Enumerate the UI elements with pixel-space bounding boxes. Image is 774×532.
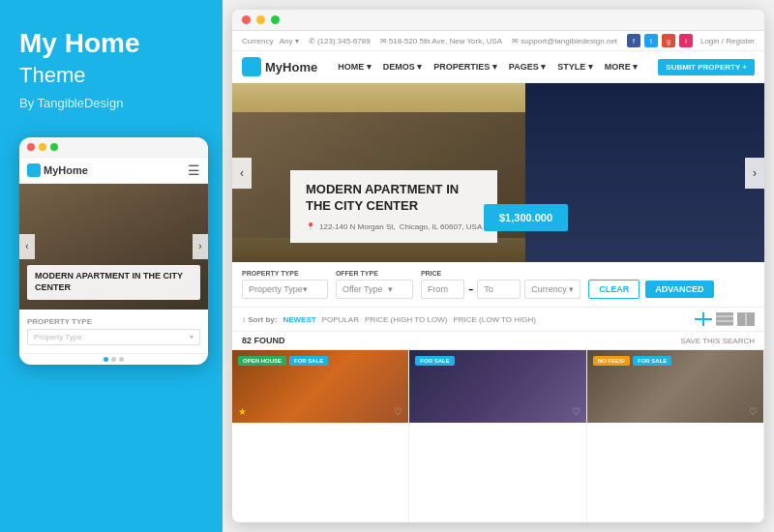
phone-nav-bar: MyHome ☰	[19, 158, 208, 184]
browser-dot-yellow	[256, 15, 265, 24]
currency-selector[interactable]: Currency Any ▾	[242, 37, 299, 45]
results-count-bar: 82 FOUND SAVE THIS SEARCH	[232, 332, 764, 350]
social-links: f t g i	[627, 34, 693, 47]
logo-text: MyHome	[265, 60, 317, 74]
listing-badges-1: OPEN HOUSE FOR SALE	[238, 356, 328, 366]
facebook-icon[interactable]: f	[627, 34, 640, 47]
theme-title: My Home	[19, 29, 203, 59]
nav-style[interactable]: STYLE ▾	[557, 62, 593, 72]
hero-prev-arrow[interactable]: ‹	[232, 158, 252, 189]
heart-icon-1[interactable]: ♡	[394, 406, 402, 417]
advanced-button[interactable]: ADVANCED	[645, 281, 713, 298]
phone-mockup: MyHome ☰ ‹ › MODERN APARTMENT IN THE CIT…	[19, 137, 208, 365]
theme-author: By TangibleDesign	[19, 96, 203, 110]
property-type-select[interactable]: Property Type ▾	[242, 280, 328, 299]
login-register-link[interactable]: Login / Register	[700, 37, 755, 45]
listing-card-1[interactable]: OPEN HOUSE FOR SALE ★ ♡	[232, 350, 409, 522]
phone-logo-icon	[27, 163, 41, 177]
listing-image-1: OPEN HOUSE FOR SALE ★ ♡	[232, 350, 408, 423]
hamburger-icon[interactable]: ☰	[188, 163, 200, 178]
price-group: PRICE From - To Currency ▾	[421, 270, 580, 299]
sort-label: ↕ Sort by:	[242, 315, 277, 324]
website-navbar: MyHome HOME ▾ DEMOS ▾ PROPERTIES ▾ PAGES…	[232, 51, 764, 83]
property-type-group: PROPERTY TYPE Property Type ▾	[242, 270, 328, 299]
svg-rect-0	[695, 312, 702, 318]
offer-type-select[interactable]: Offer Type ▾	[336, 280, 413, 299]
browser-dot-green	[271, 15, 280, 24]
price-from-input[interactable]: From	[421, 280, 464, 299]
listing-card-3[interactable]: NO FEES! FOR SALE ♡	[587, 350, 764, 522]
hero-price-badge[interactable]: $1,300.000	[484, 204, 568, 231]
phone-dot-red	[27, 143, 35, 151]
view-icons	[695, 312, 755, 326]
chevron-down-icon: ▾	[388, 284, 393, 294]
badge-for-sale-2: FOR SALE	[415, 356, 454, 366]
phone-prev-arrow[interactable]: ‹	[19, 234, 35, 259]
sort-price-low[interactable]: PRICE (LOW TO HIGH)	[453, 315, 536, 324]
phone-search-section: PROPERTY TYPE Property Type ▾	[19, 310, 208, 354]
listings-grid: OPEN HOUSE FOR SALE ★ ♡ FOR SALE ♡	[232, 350, 764, 522]
nav-more[interactable]: MORE ▾	[605, 62, 639, 72]
badge-no-fees: NO FEES!	[593, 356, 630, 366]
offer-type-group: OFFER TYPE Offer Type ▾	[336, 270, 413, 299]
instagram-icon[interactable]: i	[679, 34, 693, 47]
sort-price-high[interactable]: PRICE (HIGH TO LOW)	[365, 315, 448, 324]
phone-number: ✆ (123) 345-6789	[309, 37, 371, 45]
submit-property-button[interactable]: SUBMIT PROPERTY +	[658, 59, 755, 75]
list-view-icon[interactable]	[716, 312, 733, 326]
sort-newest[interactable]: NEWEST	[283, 315, 315, 324]
svg-rect-7	[737, 312, 745, 326]
browser-mockup: Currency Any ▾ ✆ (123) 345-6789 ✉ 518-52…	[232, 10, 764, 522]
price-to-input[interactable]: To	[477, 280, 521, 299]
hero-caption-address: 📍 122-140 N Morgan St, Chicago, IL 60607…	[306, 222, 482, 231]
badge-for-sale-3: FOR SALE	[633, 356, 671, 366]
browser-dot-red	[242, 15, 251, 24]
offer-type-label: OFFER TYPE	[336, 270, 413, 277]
badge-for-sale-1: FOR SALE	[289, 356, 328, 366]
nav-links: HOME ▾ DEMOS ▾ PROPERTIES ▾ PAGES ▾ STYL…	[338, 62, 638, 72]
phone-property-type-input[interactable]: Property Type ▾	[27, 329, 200, 345]
phone-hero-inner: ‹ › MODERN APARTMENT IN THE CITY CENTER	[19, 184, 208, 310]
twitter-icon[interactable]: t	[644, 34, 658, 47]
dot-indicator-1	[104, 357, 108, 362]
phone-next-arrow[interactable]: ›	[193, 234, 208, 259]
map-view-icon[interactable]	[737, 312, 755, 326]
hero-next-arrow[interactable]: ›	[745, 158, 764, 189]
website-logo: MyHome	[242, 57, 317, 76]
save-search-link[interactable]: SAVE THIS SEARCH	[680, 337, 755, 345]
phone-dot-indicators	[19, 354, 208, 365]
browser-top-bar	[232, 10, 764, 31]
dot-indicator-2	[111, 357, 116, 362]
website-search-bar: PROPERTY TYPE Property Type ▾ OFFER TYPE…	[232, 262, 764, 308]
nav-demos[interactable]: DEMOS ▾	[383, 62, 423, 72]
sort-area: ↕ Sort by: NEWEST POPULAR PRICE (HIGH TO…	[242, 315, 536, 324]
phone-top-bar	[19, 137, 208, 158]
svg-rect-1	[704, 312, 712, 318]
nav-properties[interactable]: PROPERTIES ▾	[433, 62, 497, 72]
googleplus-icon[interactable]: g	[662, 34, 675, 47]
listing-image-2: FOR SALE ♡	[409, 350, 585, 423]
listing-badges-2: FOR SALE	[415, 356, 454, 366]
heart-icon-3[interactable]: ♡	[749, 406, 758, 417]
search-buttons: CLEAR ADVANCED	[588, 280, 713, 299]
phone-dot-yellow	[39, 143, 46, 151]
chevron-down-icon: ▾	[303, 284, 308, 294]
currency-select[interactable]: Currency ▾	[524, 280, 580, 299]
website-topbar: Currency Any ▾ ✆ (123) 345-6789 ✉ 518-52…	[232, 31, 764, 51]
nav-home[interactable]: HOME ▾	[338, 62, 372, 72]
location-icon: 📍	[306, 222, 315, 231]
listing-card-2[interactable]: FOR SALE ♡	[409, 350, 586, 522]
results-bar: ↕ Sort by: NEWEST POPULAR PRICE (HIGH TO…	[232, 308, 764, 332]
logo-icon	[242, 57, 261, 76]
heart-icon-2[interactable]: ♡	[572, 406, 580, 417]
grid-view-icon[interactable]	[695, 312, 712, 326]
hero-right-image	[525, 83, 765, 262]
listing-image-3: NO FEES! FOR SALE ♡	[587, 350, 763, 423]
phone-logo-text: MyHome	[44, 164, 88, 176]
clear-button[interactable]: CLEAR	[588, 280, 640, 299]
nav-pages[interactable]: PAGES ▾	[509, 62, 546, 72]
hero-caption-box: MODERN APARTMENT IN THE CITY CENTER 📍 12…	[290, 170, 497, 243]
badge-open-house: OPEN HOUSE	[238, 356, 286, 366]
property-type-label: PROPERTY TYPE	[242, 270, 328, 277]
sort-popular[interactable]: POPULAR	[322, 315, 359, 324]
